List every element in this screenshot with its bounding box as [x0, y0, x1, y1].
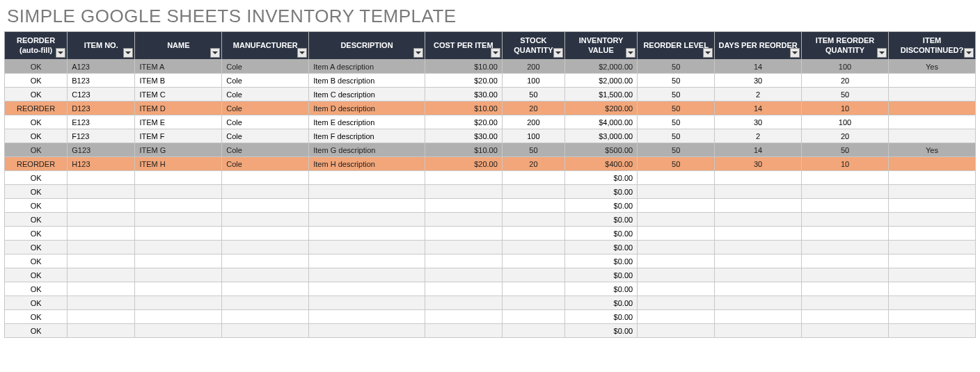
- cell-name[interactable]: ITEM E: [135, 115, 222, 129]
- cell-inventory_value[interactable]: $400.00: [565, 157, 638, 171]
- cell-manufacturer[interactable]: Cole: [222, 115, 309, 129]
- column-header-reorder_level[interactable]: REORDER LEVEL: [638, 32, 715, 60]
- cell-item_no[interactable]: [68, 199, 135, 213]
- cell-name[interactable]: [135, 199, 222, 213]
- filter-dropdown-icon[interactable]: [626, 48, 635, 58]
- cell-stock_qty[interactable]: [502, 185, 564, 199]
- cell-days_per_reorder[interactable]: [715, 185, 802, 199]
- cell-item_no[interactable]: A123: [68, 60, 135, 74]
- cell-description[interactable]: [309, 213, 425, 227]
- cell-cost_per_item[interactable]: $10.00: [425, 102, 502, 115]
- cell-days_per_reorder[interactable]: [715, 254, 802, 268]
- cell-item_no[interactable]: C123: [68, 88, 135, 102]
- cell-stock_qty[interactable]: [502, 241, 564, 254]
- cell-manufacturer[interactable]: [222, 227, 309, 241]
- cell-manufacturer[interactable]: [222, 185, 309, 199]
- cell-manufacturer[interactable]: Cole: [222, 129, 309, 143]
- cell-item_reorder_qty[interactable]: 100: [802, 115, 889, 129]
- cell-days_per_reorder[interactable]: 30: [715, 115, 802, 129]
- cell-reorder_level[interactable]: [638, 213, 715, 227]
- cell-days_per_reorder[interactable]: 2: [715, 129, 802, 143]
- cell-manufacturer[interactable]: [222, 213, 309, 227]
- cell-discontinued[interactable]: [889, 88, 976, 102]
- cell-item_reorder_qty[interactable]: [802, 199, 889, 213]
- cell-cost_per_item[interactable]: [425, 185, 502, 199]
- cell-item_reorder_qty[interactable]: [802, 268, 889, 282]
- cell-item_reorder_qty[interactable]: [802, 171, 889, 185]
- cell-manufacturer[interactable]: [222, 310, 309, 324]
- cell-cost_per_item[interactable]: [425, 199, 502, 213]
- cell-stock_qty[interactable]: 100: [502, 129, 564, 143]
- cell-name[interactable]: [135, 310, 222, 324]
- cell-stock_qty[interactable]: [502, 213, 564, 227]
- cell-manufacturer[interactable]: [222, 171, 309, 185]
- cell-reorder_level[interactable]: 50: [638, 88, 715, 102]
- cell-reorder[interactable]: REORDER: [5, 157, 68, 171]
- cell-item_reorder_qty[interactable]: [802, 254, 889, 268]
- cell-item_no[interactable]: D123: [68, 102, 135, 115]
- cell-manufacturer[interactable]: [222, 296, 309, 310]
- cell-name[interactable]: [135, 268, 222, 282]
- cell-name[interactable]: [135, 241, 222, 254]
- cell-reorder_level[interactable]: [638, 171, 715, 185]
- cell-reorder[interactable]: OK: [5, 143, 68, 157]
- cell-reorder[interactable]: OK: [5, 296, 68, 310]
- cell-name[interactable]: [135, 324, 222, 338]
- column-header-item_no[interactable]: ITEM NO.: [68, 32, 135, 60]
- cell-reorder_level[interactable]: 50: [638, 143, 715, 157]
- cell-reorder_level[interactable]: [638, 227, 715, 241]
- cell-cost_per_item[interactable]: [425, 241, 502, 254]
- filter-dropdown-icon[interactable]: [210, 48, 220, 58]
- cell-manufacturer[interactable]: Cole: [222, 60, 309, 74]
- cell-inventory_value[interactable]: $200.00: [565, 102, 638, 115]
- cell-manufacturer[interactable]: [222, 324, 309, 338]
- cell-stock_qty[interactable]: [502, 296, 564, 310]
- cell-reorder_level[interactable]: [638, 310, 715, 324]
- cell-item_reorder_qty[interactable]: [802, 227, 889, 241]
- cell-reorder_level[interactable]: 50: [638, 157, 715, 171]
- cell-reorder[interactable]: OK: [5, 282, 68, 296]
- cell-reorder[interactable]: OK: [5, 241, 68, 254]
- cell-inventory_value[interactable]: $1,500.00: [565, 88, 638, 102]
- cell-description[interactable]: [309, 282, 425, 296]
- cell-description[interactable]: [309, 310, 425, 324]
- cell-cost_per_item[interactable]: $10.00: [425, 60, 502, 74]
- cell-name[interactable]: ITEM B: [135, 74, 222, 88]
- cell-reorder_level[interactable]: [638, 296, 715, 310]
- cell-description[interactable]: Item B description: [309, 74, 425, 88]
- filter-dropdown-icon[interactable]: [56, 48, 65, 58]
- cell-stock_qty[interactable]: [502, 227, 564, 241]
- cell-cost_per_item[interactable]: $20.00: [425, 115, 502, 129]
- cell-discontinued[interactable]: [889, 213, 976, 227]
- cell-item_reorder_qty[interactable]: 100: [802, 60, 889, 74]
- cell-item_reorder_qty[interactable]: 10: [802, 102, 889, 115]
- filter-dropdown-icon[interactable]: [790, 48, 800, 58]
- cell-days_per_reorder[interactable]: [715, 199, 802, 213]
- cell-days_per_reorder[interactable]: [715, 310, 802, 324]
- cell-reorder_level[interactable]: 50: [638, 102, 715, 115]
- cell-stock_qty[interactable]: [502, 254, 564, 268]
- cell-name[interactable]: [135, 296, 222, 310]
- cell-stock_qty[interactable]: [502, 199, 564, 213]
- cell-inventory_value[interactable]: $0.00: [565, 324, 638, 338]
- filter-dropdown-icon[interactable]: [297, 48, 307, 58]
- cell-inventory_value[interactable]: $0.00: [565, 227, 638, 241]
- cell-stock_qty[interactable]: [502, 282, 564, 296]
- cell-reorder[interactable]: OK: [5, 88, 68, 102]
- cell-discontinued[interactable]: [889, 268, 976, 282]
- cell-name[interactable]: [135, 185, 222, 199]
- cell-name[interactable]: [135, 282, 222, 296]
- cell-discontinued[interactable]: Yes: [889, 143, 976, 157]
- cell-inventory_value[interactable]: $4,000.00: [565, 115, 638, 129]
- cell-name[interactable]: ITEM D: [135, 102, 222, 115]
- filter-dropdown-icon[interactable]: [964, 48, 974, 58]
- cell-manufacturer[interactable]: [222, 282, 309, 296]
- cell-discontinued[interactable]: [889, 310, 976, 324]
- cell-stock_qty[interactable]: 20: [502, 157, 564, 171]
- column-header-reorder[interactable]: REORDER (auto-fill): [5, 32, 68, 60]
- cell-manufacturer[interactable]: [222, 254, 309, 268]
- cell-reorder_level[interactable]: [638, 282, 715, 296]
- cell-item_no[interactable]: G123: [68, 143, 135, 157]
- cell-reorder[interactable]: OK: [5, 254, 68, 268]
- column-header-discontinued[interactable]: ITEM DISCONTINUED?: [889, 32, 976, 60]
